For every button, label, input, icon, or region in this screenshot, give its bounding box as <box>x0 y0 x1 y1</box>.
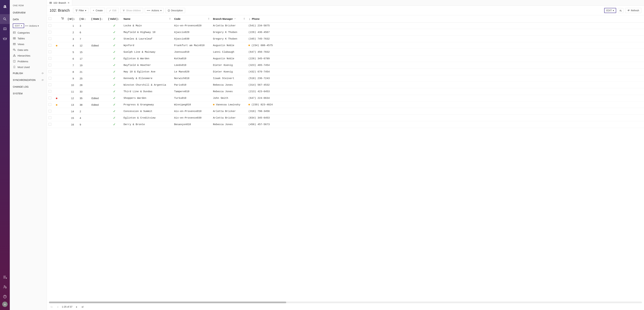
row-checkbox[interactable] <box>48 37 51 40</box>
pager-next-button[interactable]: ▸ <box>75 305 78 309</box>
row-checkbox[interactable] <box>48 103 51 106</box>
sidebar-item-label: Views <box>18 43 24 46</box>
rail-search-icon[interactable] <box>0 14 10 24</box>
row-checkbox[interactable] <box>48 70 51 73</box>
col-id[interactable]: [ Id ] <box>68 18 73 20</box>
table-row[interactable]: 617✓Eglinton & WardenKotka010Augustin No… <box>47 55 644 62</box>
check-icon: ✓ <box>113 31 116 34</box>
col-phone[interactable]: Phone <box>252 18 260 20</box>
sidebar-item-tables[interactable]: Tables <box>10 36 47 41</box>
rail-crown-icon[interactable] <box>0 34 10 44</box>
col-code[interactable]: Code <box>174 18 180 20</box>
sidebar-section-system[interactable]: SYSTEM <box>10 90 47 97</box>
col-manager[interactable]: Branch Manager <box>213 18 233 20</box>
refresh-icon <box>627 9 630 12</box>
row-checkbox[interactable] <box>48 57 51 60</box>
sidebar-item-hierarchies[interactable]: Hierarchies <box>10 53 47 58</box>
refresh-button[interactable]: Refresh <box>625 8 641 13</box>
table-row[interactable]: 412Edited✓WynfordFrankfurt am Main010Aug… <box>47 42 644 49</box>
check-icon: ✓ <box>113 24 116 27</box>
col-state[interactable]: [ State ] <box>92 18 101 20</box>
select-all-checkbox[interactable] <box>48 17 51 20</box>
table-row[interactable]: 142✓Concession & SummitAix-en-Provence01… <box>47 108 644 115</box>
sidebar-item-datasets[interactable]: Data sets <box>10 47 47 53</box>
toolbar: 102: Branch Filter ▾ ＋ Create Edit Show … <box>47 6 644 15</box>
col-gid[interactable]: [ Gi <box>80 18 84 20</box>
row-checkbox[interactable] <box>48 24 51 27</box>
sidebar-section-overview[interactable]: OVERVIEW <box>10 9 47 16</box>
column-settings-button[interactable] <box>618 8 624 13</box>
pager-first-button[interactable]: I◂ <box>50 305 53 309</box>
user-avatar[interactable]: A <box>2 301 8 307</box>
row-checkbox[interactable] <box>48 116 51 119</box>
row-checkbox[interactable] <box>48 97 51 99</box>
filter-button[interactable]: Filter ▾ <box>73 8 88 13</box>
svg-rect-18 <box>124 10 124 10</box>
table-row[interactable]: 1338Edited✓Progress & GrangewayWinnipeg0… <box>47 102 644 108</box>
edit-row-button[interactable]: Edit <box>107 8 119 13</box>
show-children-button[interactable]: Show children <box>120 8 143 13</box>
create-label: Create <box>96 9 103 12</box>
edit-label: Edit <box>112 9 116 12</box>
table-row[interactable]: 515✓Guelph Line & MainwayJoensuu010Lanni… <box>47 49 644 55</box>
row-checkbox[interactable] <box>48 123 51 126</box>
rail-help-icon[interactable] <box>0 292 10 301</box>
col-name[interactable]: Name <box>124 18 130 20</box>
rail-book-icon[interactable] <box>0 24 10 34</box>
table-row[interactable]: 169✓Derry & BronteBesançon010Rebecca Jon… <box>47 121 644 128</box>
sidebar-section-data[interactable]: DATA <box>10 16 47 23</box>
tabbar: 102: Branch ✕ <box>47 0 644 6</box>
sidebar-edit-button[interactable]: EDIT ▾ <box>13 24 24 28</box>
table-row[interactable]: 1133✓Third Line & DundasTampere010Rebecc… <box>47 88 644 95</box>
sidebar-item-label: Problems <box>18 60 28 63</box>
col-valid[interactable]: [ Valid ] <box>108 18 117 20</box>
chevron-down-icon: ▾ <box>160 9 162 12</box>
rail-user-lock-icon[interactable] <box>0 282 10 292</box>
table-row[interactable]: 719✓Bayfield & HeatherLeeds010Dieter Koe… <box>47 62 644 69</box>
row-checkbox[interactable] <box>48 77 51 80</box>
row-checkbox[interactable] <box>48 51 51 53</box>
table-row[interactable]: 925✓Kennedy & EllesmereNorwich010Izaak S… <box>47 75 644 82</box>
table-row[interactable]: 1028✓Winston Churchill & ArgentiaParis01… <box>47 82 644 88</box>
close-icon[interactable]: ✕ <box>68 1 70 5</box>
row-checkbox[interactable] <box>48 83 51 86</box>
actions-button[interactable]: ••• Actions ▾ <box>145 8 164 13</box>
refresh-label: Refresh <box>631 9 639 12</box>
table-row[interactable]: 1235Edited✓Shoppers WardenTurku010John S… <box>47 95 644 102</box>
table-row[interactable]: 26✓Mayfield & Highway 10Ajaccio020Gregor… <box>47 29 644 36</box>
table-row[interactable]: 154✓Eglinton & CreditviewAix-en-Provence… <box>47 115 644 121</box>
description-button[interactable]: Description <box>166 8 185 13</box>
pager: I◂ ◂ 1-25 of 37 ▸ ▸I <box>47 303 644 310</box>
check-icon: ✓ <box>113 70 116 74</box>
row-checkbox[interactable] <box>48 44 51 47</box>
table-scroll[interactable]: [ Id ]▲▼ [ Gi▲▼ [ State ]▲▼ [ Valid ]▲▼ … <box>47 15 644 301</box>
table-row[interactable]: 37✓Steeles & LaureleafAjaccio030Gregory … <box>47 36 644 42</box>
create-button[interactable]: ＋ Create <box>90 8 105 13</box>
sidebar-item-views[interactable]: Views <box>10 41 47 47</box>
sidebar-item-categories[interactable]: Categories <box>10 30 47 36</box>
check-icon: ✓ <box>113 110 116 113</box>
table-row[interactable]: 13✓Locke & MainAix-en-Provence020Arletta… <box>47 23 644 29</box>
sidebar-item-problems[interactable]: Problems <box>10 58 47 64</box>
alert-icon <box>13 60 16 63</box>
sidebar-actions-button[interactable]: ••• Actions ▾ <box>25 25 39 27</box>
pager-prev-button[interactable]: ◂ <box>56 305 60 309</box>
svg-point-24 <box>63 19 64 20</box>
sidebar-item-mostused[interactable]: Most Used <box>10 64 47 70</box>
app-title: ONE RDM <box>10 2 47 9</box>
sidebar-section-sync[interactable]: SYNCHRONIZATION ⟳ <box>10 77 47 83</box>
svg-point-15 <box>14 62 14 62</box>
pager-last-button[interactable]: ▸I <box>81 305 84 309</box>
tab-branch[interactable]: 102: Branch ✕ <box>47 0 72 6</box>
row-checkbox[interactable] <box>48 90 51 93</box>
rail-settings-list-icon[interactable] <box>0 272 10 282</box>
sidebar-section-publish[interactable]: PUBLISH ⟳ <box>10 70 47 77</box>
horizontal-scrollbar[interactable] <box>49 301 642 303</box>
sidebar-section-changelog[interactable]: CHANGE LOG <box>10 83 47 90</box>
table-row[interactable]: 821✓Hwy 10 & Eglinton AveLe Mans020Diete… <box>47 69 644 75</box>
chevron-down-icon: ▾ <box>38 25 39 27</box>
row-checkbox[interactable] <box>48 64 51 66</box>
row-checkbox[interactable] <box>48 110 51 112</box>
row-checkbox[interactable] <box>48 31 51 34</box>
edit-mode-button[interactable]: EDIT ▾ <box>604 8 616 13</box>
